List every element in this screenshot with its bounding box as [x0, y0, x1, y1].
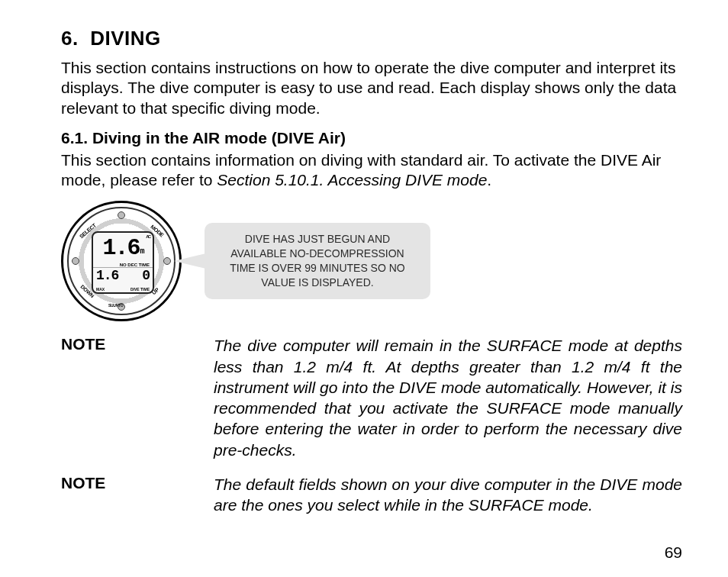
lcd-dive-time: 0 — [142, 268, 150, 283]
lcd-ac-indicator: AC — [146, 234, 150, 239]
intro-paragraph: This section contains instructions on ho… — [61, 58, 682, 118]
lcd-max-depth: 1.6 — [96, 268, 118, 283]
note-block: NOTE The default fields shown on your di… — [61, 474, 682, 516]
brand-label: SUUNTO — [108, 303, 123, 308]
watch-lcd: AC 1.6 m NO DEC TIME 1.6 0 MAX DIVE TIME — [92, 231, 154, 294]
note-block: NOTE The dive computer will remain in th… — [61, 335, 682, 460]
note-label: NOTE — [61, 474, 214, 492]
lcd-depth-unit: m — [140, 248, 143, 256]
lcd-bottom-labels: MAX DIVE TIME — [96, 287, 150, 292]
note-label: NOTE — [61, 335, 214, 353]
section-paragraph: This section contains information on div… — [61, 150, 682, 191]
note-text: The default fields shown on your dive co… — [214, 474, 682, 516]
figure-row: SELECT MODE DOWN UP SUUNTO AC 1.6 m NO D… — [61, 201, 682, 321]
page-number: 69 — [665, 543, 682, 562]
dive-computer-illustration: SELECT MODE DOWN UP SUUNTO AC 1.6 m NO D… — [61, 201, 182, 321]
chapter-number: 6. — [61, 27, 79, 50]
lcd-depth-row: AC 1.6 m — [93, 233, 153, 263]
cross-reference: Section 5.10.1. Accessing DIVE mode — [217, 171, 487, 189]
section-para-tail: . — [487, 171, 491, 189]
note-text: The dive computer will remain in the SUR… — [214, 335, 682, 460]
callout-bubble: DIVE HAS JUST BEGUN AND AVAILABLE NO-DEC… — [205, 223, 430, 299]
chapter-title: DIVING — [90, 27, 161, 50]
lcd-max-label: MAX — [96, 287, 105, 292]
lcd-no-dec-label: NO DEC TIME — [93, 263, 153, 268]
section-heading: 6.1. Diving in the AIR mode (DIVE Air) — [61, 129, 682, 147]
chapter-heading: 6. DIVING — [61, 27, 682, 50]
lcd-divetime-label: DIVE TIME — [130, 287, 150, 292]
section-number: 6.1. — [61, 129, 88, 147]
screw-icon — [118, 211, 125, 219]
lcd-depth-value: 1.6 — [102, 237, 139, 259]
screw-icon — [163, 257, 171, 265]
screw-icon — [72, 257, 79, 265]
page: 6. DIVING This section contains instruct… — [0, 0, 728, 577]
section-title: Diving in the AIR mode (DIVE Air) — [92, 129, 346, 147]
lcd-bottom-row: 1.6 0 MAX DIVE TIME — [93, 268, 153, 292]
